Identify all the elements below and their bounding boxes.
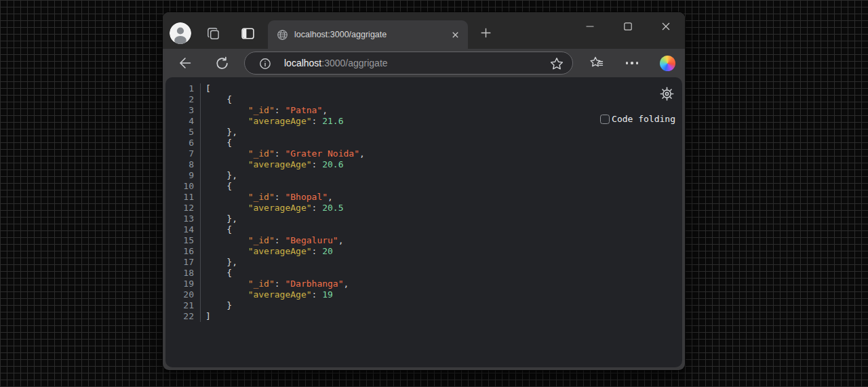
line-number: 15 [165,235,194,246]
code-line: }, [205,213,365,224]
site-info-icon[interactable] [258,57,272,70]
code-token: : [275,148,285,159]
code-token [205,289,248,300]
code-token: { [205,94,232,104]
line-number: 8 [165,159,194,170]
code-line: }, [205,170,365,181]
close-icon[interactable] [647,12,685,49]
line-number: 4 [165,116,194,127]
code-folding-label: Code folding [612,114,675,124]
more-ellipsis-icon[interactable] [624,55,640,71]
tab-title: localhost:3000/aggrigate [294,30,449,39]
code-line: "averageAge": 20.6 [205,159,365,170]
code-token: "averageAge" [248,289,312,300]
code-token: : [275,192,285,202]
code-token: , [322,105,328,115]
line-number: 18 [165,268,194,279]
url-path: :3000/aggrigate [321,58,387,68]
code-token: "_id" [248,192,275,202]
minimize-icon[interactable] [571,12,609,49]
code-token: : [312,159,323,169]
code-line: "averageAge": 20.5 [205,203,365,213]
code-token: { [205,181,232,191]
code-token [205,246,248,256]
workspaces-icon[interactable] [205,25,221,41]
tab-strip: localhost:3000/aggrigate [163,12,685,49]
code-token [205,279,248,289]
navigation-toolbar: localhost:3000/aggrigate [163,49,685,77]
code-token: { [205,268,232,278]
code-token: "averageAge" [248,246,312,256]
line-number: 7 [165,148,194,159]
code-line: }, [205,127,365,138]
code-line: "_id": "Bhopal", [205,192,365,203]
code-token: , [344,279,349,289]
code-token: 20 [322,246,333,256]
code-token: "_id" [248,148,275,159]
browser-tab[interactable]: localhost:3000/aggrigate [268,20,468,49]
code-token: { [205,224,232,235]
refresh-icon[interactable] [214,56,229,70]
code-line: ] [205,311,365,322]
code-token: : [312,289,323,300]
code-line: { [205,181,365,192]
line-number: 3 [165,105,194,116]
code-line: }, [205,257,365,268]
new-tab-icon[interactable] [479,26,492,39]
line-number: 19 [165,279,194,289]
code-token: }, [205,127,237,137]
code-token: : [312,203,323,213]
code-token: }, [205,213,237,224]
code-line: "_id": "Begaluru", [205,235,365,246]
code-line: "averageAge": 20 [205,246,365,257]
code-token: }, [205,170,237,180]
code-folding-checkbox[interactable] [600,115,610,124]
code-token [205,105,248,115]
code-token [205,148,248,159]
line-number: 12 [165,203,194,213]
globe-favicon-icon [277,29,288,41]
code-token: 21.6 [322,116,343,126]
copilot-icon[interactable] [659,55,675,71]
line-number: 1 [165,83,194,94]
code-token: , [328,192,333,202]
code-token: "_id" [248,105,275,115]
code-token: "Darbhanga" [285,279,343,289]
code-line: "averageAge": 21.6 [205,116,365,127]
code-folding-control: Code folding [600,114,675,124]
line-number: 22 [165,311,194,322]
code-token: "_id" [248,235,275,245]
tab-actions-icon[interactable] [239,25,256,41]
profile-avatar-icon[interactable] [170,22,191,44]
code-line: [ [205,83,365,94]
code-token: "Begaluru" [285,235,338,245]
code-line: "_id": "Patna", [205,105,365,116]
code-token: }, [205,257,237,267]
code-token [205,235,248,245]
desktop: { "browser": { "tab": { "title": "localh… [0,0,868,387]
code-token: : [275,279,285,289]
line-number: 20 [165,289,194,300]
code-token: , [359,148,365,159]
code-line: { [205,268,365,279]
tab-close-icon[interactable] [449,28,461,41]
line-number: 10 [165,181,194,192]
gear-icon[interactable] [659,86,675,102]
favorites-list-icon[interactable] [589,55,605,71]
line-number: 21 [165,300,194,311]
favorite-star-icon[interactable] [549,56,564,71]
back-icon[interactable] [178,56,193,70]
code-token: 20.5 [322,203,343,213]
code-token: : [312,116,323,126]
code-token: "Bhopal" [285,192,328,202]
code-line: } [205,300,365,311]
line-number: 5 [165,127,194,138]
json-code: [ { "_id": "Patna", "averageAge": 21.6 }… [201,83,365,322]
code-token: "_id" [248,279,275,289]
code-token: "Patna" [285,105,322,115]
code-token: "Grater Noida" [285,148,359,159]
address-bar[interactable]: localhost:3000/aggrigate [244,52,573,75]
code-line: "_id": "Grater Noida", [205,148,365,159]
maximize-icon[interactable] [609,12,647,49]
code-token: 19 [322,289,333,300]
